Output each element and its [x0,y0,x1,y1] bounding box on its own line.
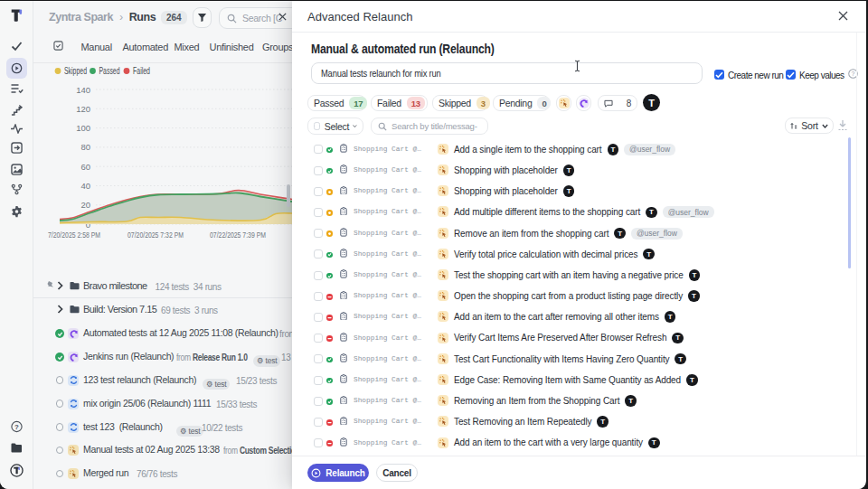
svg-text:?: ? [852,71,855,77]
